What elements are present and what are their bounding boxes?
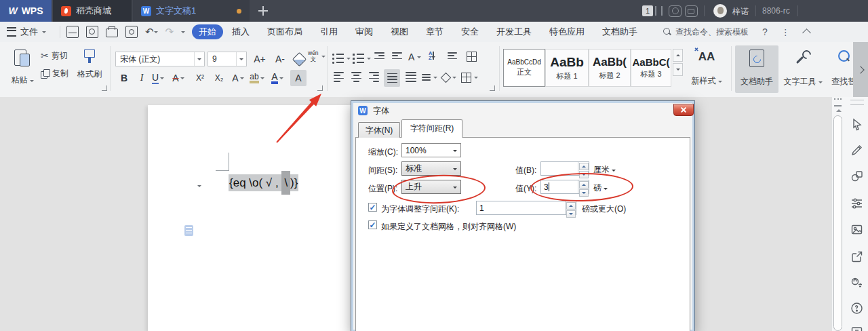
- file-menu-button[interactable]: 文件: [7, 24, 46, 39]
- dialog-tab-font[interactable]: 字体(N): [358, 122, 400, 138]
- ruler-toggle-icon[interactable]: [834, 98, 842, 106]
- style-heading1[interactable]: AaBb 标题 1: [545, 49, 589, 87]
- shrink-font-button[interactable]: A-: [273, 51, 288, 67]
- command-search[interactable]: 查找命令、搜索模板: [663, 26, 749, 38]
- show-marks-icon[interactable]: [448, 52, 457, 59]
- paste-button[interactable]: 粘贴: [7, 46, 38, 88]
- style-heading3[interactable]: AaBbC( 标题 3: [631, 49, 671, 87]
- spacing-select[interactable]: 标准: [401, 161, 461, 176]
- text-tool-button[interactable]: 文字工具: [781, 45, 825, 93]
- subscript-button[interactable]: X₂: [212, 70, 226, 86]
- distribute-icon[interactable]: [406, 72, 416, 82]
- spin-up-icon[interactable]: [579, 163, 589, 170]
- align-right-icon[interactable]: [369, 72, 379, 82]
- edit-pen-icon[interactable]: [850, 143, 864, 157]
- user-name[interactable]: 梓诺: [732, 6, 749, 18]
- clipboard-dialog-launcher[interactable]: [102, 85, 107, 91]
- spin-up-icon[interactable]: [566, 202, 576, 210]
- text-effects-button[interactable]: A: [231, 70, 245, 86]
- bold-button[interactable]: B: [117, 70, 132, 86]
- resource-box-icon[interactable]: [850, 324, 864, 331]
- new-tab-button[interactable]: [256, 4, 270, 18]
- image-tool-icon[interactable]: [850, 222, 864, 237]
- format-painter-button[interactable]: 格式刷: [73, 47, 106, 80]
- kerning-checkbox[interactable]: [368, 203, 377, 212]
- help-icon[interactable]: ?: [762, 26, 768, 37]
- wps-logo[interactable]: W WPS: [0, 0, 52, 22]
- grow-font-button[interactable]: A+: [252, 51, 267, 67]
- paste-options-icon[interactable]: [184, 225, 193, 236]
- strikethrough-button[interactable]: A: [171, 70, 186, 86]
- spin-down-icon[interactable]: [566, 210, 576, 218]
- print-preview-icon[interactable]: [125, 26, 138, 38]
- adjust-sliders-icon[interactable]: [850, 196, 864, 210]
- gallery-up-icon[interactable]: [673, 49, 683, 62]
- shapes-icon[interactable]: [850, 169, 864, 183]
- toolbar-more-icon[interactable]: [181, 31, 185, 35]
- font-name-select[interactable]: 宋体 (正文): [115, 52, 205, 66]
- gallery-more-icon[interactable]: [673, 63, 683, 76]
- cut-button[interactable]: ✂ 剪切: [41, 49, 68, 62]
- help-icon[interactable]: [850, 301, 864, 315]
- collapse-ribbon-icon[interactable]: [802, 28, 811, 37]
- share-export-icon[interactable]: [850, 250, 864, 264]
- dialog-close-button[interactable]: [673, 104, 694, 116]
- bullets-button[interactable]: [332, 52, 351, 65]
- superscript-button[interactable]: X²: [193, 70, 208, 86]
- undo-button[interactable]: ↶: [145, 26, 158, 37]
- scale-select[interactable]: 100%: [401, 143, 461, 157]
- vip-flame-icon[interactable]: [669, 5, 682, 17]
- char-scale-button[interactable]: A: [408, 50, 421, 64]
- numbering-button[interactable]: [353, 52, 371, 65]
- menu-tab-security[interactable]: 安全: [461, 26, 479, 38]
- panel-drag-handle-icon[interactable]: [850, 100, 864, 105]
- menu-tab-insert[interactable]: 插入: [232, 26, 250, 38]
- clear-format-button[interactable]: [292, 51, 307, 67]
- tab-docer-store[interactable]: 稻壳商城: [53, 0, 132, 22]
- vertical-scrollbar-thumb[interactable]: [833, 115, 842, 331]
- decrease-indent-icon[interactable]: [374, 52, 384, 59]
- copy-button[interactable]: 复制: [41, 66, 68, 80]
- kerning-input[interactable]: 1: [476, 201, 576, 215]
- phonetic-guide-button[interactable]: wén 文: [308, 50, 326, 63]
- wallet-icon[interactable]: [685, 5, 698, 17]
- eq-field-text[interactable]: {eq \o( √ , \)}: [229, 176, 298, 190]
- char-shading-button[interactable]: A: [290, 70, 307, 86]
- chevron-down-icon[interactable]: [197, 185, 201, 189]
- underline-button[interactable]: U: [151, 70, 165, 86]
- menu-tab-home[interactable]: 开始: [192, 24, 223, 39]
- font-size-select[interactable]: 9: [208, 52, 247, 66]
- output-icon[interactable]: [86, 26, 98, 38]
- ribbon-scroll-strip[interactable]: [853, 42, 868, 97]
- font-dialog-titlebar[interactable]: W 字体: [353, 103, 691, 118]
- more-options-icon[interactable]: ⋮: [781, 27, 790, 37]
- menu-tab-section[interactable]: 章节: [426, 26, 443, 38]
- paragraph-dialog-launcher[interactable]: [490, 85, 495, 91]
- tab-document[interactable]: W 文字文稿1: [133, 0, 250, 22]
- line-spacing-button[interactable]: [422, 71, 437, 84]
- translate-icon[interactable]: [850, 275, 864, 290]
- dialog-tab-char-spacing[interactable]: 字符间距(R): [401, 119, 462, 138]
- italic-button[interactable]: I: [134, 70, 149, 86]
- select-cursor-icon[interactable]: [850, 117, 864, 132]
- document-page[interactable]: [148, 105, 351, 331]
- borders-button[interactable]: [461, 71, 478, 84]
- grid-align-checkbox[interactable]: [368, 220, 377, 229]
- justify-button[interactable]: [384, 69, 400, 87]
- window-count-badge[interactable]: 1: [642, 5, 653, 16]
- scroll-up-icon[interactable]: [836, 106, 842, 112]
- insert-table-icon[interactable]: [467, 52, 477, 62]
- font-dialog-launcher[interactable]: [317, 85, 323, 91]
- increase-indent-icon[interactable]: [392, 52, 402, 59]
- align-center-icon[interactable]: [351, 72, 361, 82]
- font-color-button[interactable]: A: [270, 70, 285, 86]
- menu-tab-doc-assistant[interactable]: 文档助手: [602, 26, 637, 38]
- menu-tab-review[interactable]: 审阅: [355, 26, 373, 38]
- menu-tab-references[interactable]: 引用: [320, 26, 338, 38]
- menu-tab-developer[interactable]: 开发工具: [496, 26, 532, 38]
- style-heading2[interactable]: AaBb( 标题 2: [589, 49, 631, 87]
- new-style-button[interactable]: AA 新样式: [688, 46, 726, 92]
- menu-tab-view[interactable]: 视图: [391, 26, 408, 38]
- style-normal[interactable]: AaBbCcDd 正文: [503, 49, 545, 87]
- avatar[interactable]: [713, 4, 727, 18]
